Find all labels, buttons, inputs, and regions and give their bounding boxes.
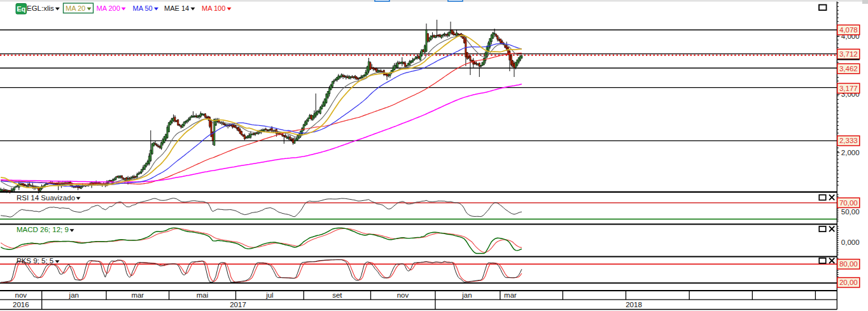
svg-text:2018: 2018 [626,301,642,308]
svg-text:PKS 9; 5; 5: PKS 9; 5; 5 [17,257,53,265]
svg-text:nov: nov [15,291,27,299]
svg-text:mar: mar [504,291,517,299]
svg-text:50,00: 50,00 [841,208,860,216]
svg-text:MA 50: MA 50 [133,4,153,12]
svg-text:MA 100: MA 100 [202,4,225,12]
svg-text:MA 200: MA 200 [97,4,120,12]
svg-text:70,00: 70,00 [839,199,858,207]
svg-text:jan: jan [461,291,472,299]
svg-text:nov: nov [397,291,409,299]
svg-text:20,00: 20,00 [839,279,858,286]
svg-text:mar: mar [131,291,144,299]
svg-text:2016: 2016 [13,301,29,308]
svg-text:4,078: 4,078 [839,26,858,34]
svg-text:3,712: 3,712 [839,50,858,58]
svg-text:80,00: 80,00 [839,260,858,268]
svg-text:EGL:xlis: EGL:xlis [27,4,54,12]
svg-text:mai: mai [197,291,209,299]
svg-text:RSI 14 Suavizado: RSI 14 Suavizado [17,194,75,202]
svg-text:3,177: 3,177 [839,85,858,92]
svg-text:2,333: 2,333 [839,137,858,144]
svg-text:set: set [332,291,342,299]
svg-text:2,000: 2,000 [841,149,860,156]
svg-text:jul: jul [265,291,274,299]
svg-text:MA 20: MA 20 [66,4,85,12]
svg-text:jan: jan [69,291,79,299]
svg-text:0,000: 0,000 [841,238,860,246]
svg-text:MAE 14: MAE 14 [164,4,189,12]
svg-text:Eq: Eq [17,5,25,13]
svg-text:3,462: 3,462 [839,65,858,73]
svg-text:2017: 2017 [230,301,246,308]
svg-text:MACD 26; 12; 9: MACD 26; 12; 9 [17,226,69,233]
